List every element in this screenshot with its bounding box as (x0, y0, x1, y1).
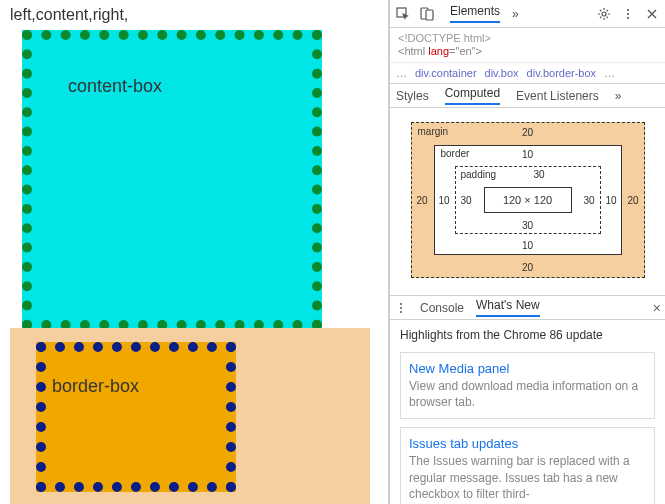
browser-page: left,content,right, content-box border-b… (0, 0, 389, 504)
breadcrumb-trail: … (604, 67, 615, 79)
drawer-close-icon[interactable]: × (653, 300, 661, 316)
margin-label: margin (418, 126, 449, 137)
inspect-icon[interactable] (396, 7, 410, 21)
box-model-widget[interactable]: margin 20 20 20 20 border 10 10 10 10 pa… (390, 108, 665, 296)
card-desc: View and download media information on a… (409, 378, 646, 410)
devtools-toolbar: Elements » (390, 0, 665, 28)
kebab-icon[interactable] (621, 7, 635, 21)
content-box-demo: content-box (22, 30, 322, 330)
breadcrumb-item[interactable]: div.container (415, 67, 477, 79)
close-icon[interactable] (645, 7, 659, 21)
devtools-tabs: Elements » (444, 2, 525, 26)
svg-point-6 (627, 16, 629, 18)
whatsnew-card: Issues tab updates The Issues warning ba… (400, 427, 655, 504)
drawer-body: Highlights from the Chrome 86 update New… (390, 320, 665, 504)
dom-tree[interactable]: <!DOCTYPE html> <html lang="en"> (390, 28, 665, 62)
svg-point-8 (400, 307, 402, 309)
svg-point-7 (400, 303, 402, 305)
border-box-label: border-box (52, 376, 139, 396)
svg-point-3 (602, 12, 606, 16)
gear-icon[interactable] (597, 7, 611, 21)
whatsnew-heading: Highlights from the Chrome 86 update (400, 328, 655, 342)
subtabs-overflow-icon[interactable]: » (615, 89, 622, 103)
whatsnew-card: New Media panel View and download media … (400, 352, 655, 419)
padding-label: padding (461, 169, 497, 180)
subtab-computed[interactable]: Computed (445, 86, 500, 105)
border-label: border (441, 148, 470, 159)
page-text: left,content,right, (10, 6, 378, 24)
svg-point-5 (627, 12, 629, 14)
tabs-overflow-icon[interactable]: » (512, 7, 519, 21)
breadcrumb-ellipsis[interactable]: … (396, 67, 407, 79)
kebab-icon[interactable] (394, 301, 408, 315)
card-desc: The Issues warning bar is replaced with … (409, 453, 646, 502)
box-model-margin: margin 20 20 20 20 border 10 10 10 10 pa… (411, 122, 645, 278)
styles-subtabs: Styles Computed Event Listeners » (390, 84, 665, 108)
card-title-link[interactable]: New Media panel (409, 361, 646, 376)
border-box-wrapper: border-box (10, 328, 370, 504)
svg-point-9 (400, 311, 402, 313)
box-model-border: border 10 10 10 10 padding 30 30 30 30 1… (434, 145, 622, 255)
drawer-tabs: Console What's New × (390, 296, 665, 320)
drawer-tab-whatsnew[interactable]: What's New (476, 298, 540, 317)
box-model-padding: padding 30 30 30 30 120 × 120 (455, 166, 601, 234)
breadcrumb-item[interactable]: div.box (485, 67, 519, 79)
card-title-link[interactable]: Issues tab updates (409, 436, 646, 451)
subtab-event-listeners[interactable]: Event Listeners (516, 89, 599, 103)
devtools-panel: Elements » <!DOCTYPE html> <html lang="e… (389, 0, 665, 504)
subtab-styles[interactable]: Styles (396, 89, 429, 103)
svg-rect-2 (426, 10, 433, 20)
device-toggle-icon[interactable] (420, 7, 434, 21)
content-box-label: content-box (68, 76, 282, 97)
border-box-demo: border-box (36, 342, 236, 492)
drawer-tab-console[interactable]: Console (420, 301, 464, 315)
tab-elements[interactable]: Elements (450, 4, 500, 23)
svg-point-4 (627, 8, 629, 10)
breadcrumb-item[interactable]: div.border-box (527, 67, 597, 79)
box-model-content: 120 × 120 (484, 187, 572, 213)
breadcrumb: … div.container div.box div.border-box … (390, 62, 665, 84)
